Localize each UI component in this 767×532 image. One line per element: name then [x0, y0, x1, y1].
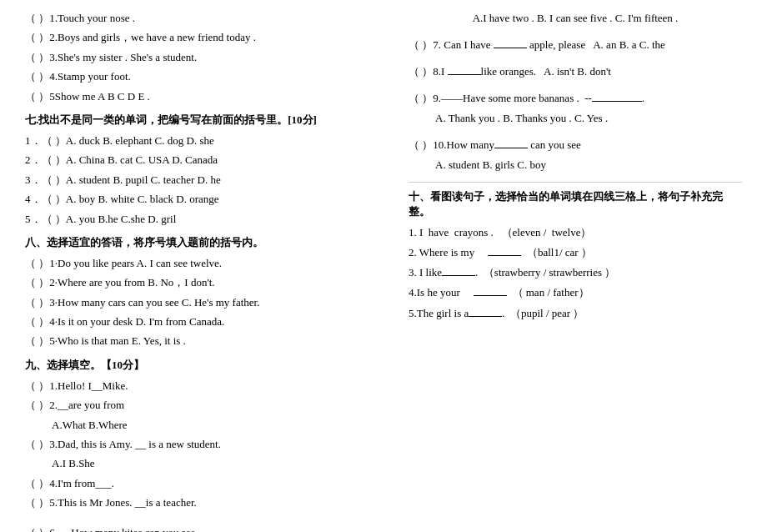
line-2: （ ）2.Boys and girls，we have a new friend…	[25, 28, 392, 47]
s7-line-1: 1．（ ）A. duck B. elephant C. dog D. she	[25, 131, 392, 150]
s7-line-4: 4．（ ）A. boy B. white C. black D. orange	[25, 189, 392, 208]
blank-s10-5	[469, 316, 502, 317]
right-item-10: （ ）10.How many can you see A. student B.…	[409, 135, 742, 175]
item-7-options: A. an B. a C. the	[593, 38, 665, 51]
blank-8	[448, 74, 481, 75]
s8-line-3: （ ）3·How many cars can you see C. He's m…	[25, 293, 392, 312]
right-item-8: （ ）8.I like oranges. A. isn't B. don't	[409, 62, 742, 82]
s8-line-1: （ ）1·Do you like pears A. I can see twel…	[25, 253, 392, 273]
top-options-line: A.I have two . B. I can see five . C. I'…	[409, 8, 742, 28]
line-5: （ ）5Show me A B C D E .	[25, 87, 392, 106]
s9-line-7: （ ）5.This is Mr Jones. __is a teacher.	[25, 493, 392, 512]
section-7-title: 七.找出不是同一类的单词，把编号写在前面的括号里。[10分]	[25, 113, 392, 128]
section-10-title: 十、看图读句子，选择恰当的单词填在四线三格上，将句子补充完整。	[409, 189, 742, 219]
section-9-title: 九、选择填空。【10分】	[25, 358, 392, 373]
blank-s10-4	[474, 295, 507, 296]
left-column: （ ）1.Touch your nose . （ ）2.Boys and gir…	[25, 8, 392, 532]
s7-line-3: 3．（ ）A. student B. pupil C. teacher D. h…	[25, 170, 392, 189]
item-10-options: A. student B. girls C. boy	[409, 155, 742, 175]
right-item-7: （ ）7. Can I have apple, please A. an B. …	[409, 35, 742, 55]
item-9-options: A. Thank you . B. Thanks you . C. Yes .	[409, 108, 742, 128]
section-9: 九、选择填空。【10分】 （ ）1.Hello! I__Mike. （ ）2._…	[25, 358, 392, 513]
blank-10	[494, 148, 528, 148]
s9-line-3: A.What B.Where	[25, 415, 392, 434]
s10-line-3: 3. I like. （strawberry / strawberries ）	[409, 263, 742, 283]
right-column: A.I have two . B. I can see five . C. I'…	[409, 8, 742, 532]
item-10-line: （ ）10.How many can you see	[409, 135, 742, 155]
section-8: 八、选择适宜的答语，将序号填入题前的括号内。 （ ）1·Do you like …	[25, 235, 392, 351]
s8-line-4: （ ）4·Is it on your desk D. I'm from Cana…	[25, 312, 392, 331]
section-7: 七.找出不是同一类的单词，把编号写在前面的括号里。[10分] 1．（ ）A. d…	[25, 113, 392, 228]
s8-line-2: （ ）2·Where are you from B. No，I don't.	[25, 273, 392, 292]
right-item-9: （ ）9.——Have some more bananas . --. A. T…	[409, 88, 742, 128]
s10-line-2: 2. Where is my （ball1/ car ）	[409, 243, 742, 263]
line-4: （ ）4.Stamp your foot.	[25, 67, 392, 86]
blank-7	[494, 48, 527, 48]
s7-line-5: 5．（ ）A. you B.he C.she D. gril	[25, 209, 392, 228]
blank-s10-2	[488, 255, 521, 256]
s6-line: （ ）6. ---How many kites can you see ---_…	[25, 523, 392, 532]
s9-line-1: （ ）1.Hello! I__Mike.	[25, 376, 392, 395]
section-6-bottom: （ ）6. ---How many kites can you see ---_…	[25, 523, 392, 532]
item-8-options: A. isn't B. don't	[544, 65, 611, 78]
item-8-line: （ ）8.I like oranges. A. isn't B. don't	[409, 62, 742, 82]
section-divider	[409, 182, 742, 183]
item-9-line: （ ）9.——Have some more bananas . --.	[409, 88, 742, 108]
s9-line-6: （ ）4.I'm from___.	[25, 474, 392, 493]
s8-line-5: （ ）5·Who is that man E. Yes, it is .	[25, 331, 392, 350]
s10-line-4: 4.Is he your （ man / father）	[409, 283, 742, 303]
section-10: 十、看图读句子，选择恰当的单词填在四线三格上，将句子补充完整。 1. I hav…	[409, 189, 742, 323]
s7-line-2: 2．（ ）A. China B. cat C. USA D. Canada	[25, 150, 392, 169]
page: （ ）1.Touch your nose . （ ）2.Boys and gir…	[25, 8, 742, 532]
blank-9	[592, 101, 642, 102]
right-top-options: A.I have two . B. I can see five . C. I'…	[409, 8, 742, 28]
top-section: （ ）1.Touch your nose . （ ）2.Boys and gir…	[25, 8, 392, 106]
blank-s10-3	[442, 275, 475, 276]
line-3: （ ）3.She's my sister . She's a student.	[25, 48, 392, 67]
line-1: （ ）1.Touch your nose .	[25, 8, 392, 28]
s9-line-2: （ ）2.__are you from	[25, 395, 392, 414]
s9-line-5: A.I B.She	[25, 454, 392, 473]
s9-line-4: （ ）3.Dad, this is Amy. __ is a new stude…	[25, 434, 392, 454]
section-8-title: 八、选择适宜的答语，将序号填入题前的括号内。	[25, 235, 392, 250]
s10-line-1: 1. I have crayons . （eleven / twelve）	[409, 223, 742, 243]
s10-line-5: 5.The girl is a. （pupil / pear ）	[409, 304, 742, 324]
item-7-line: （ ）7. Can I have apple, please A. an B. …	[409, 35, 742, 55]
